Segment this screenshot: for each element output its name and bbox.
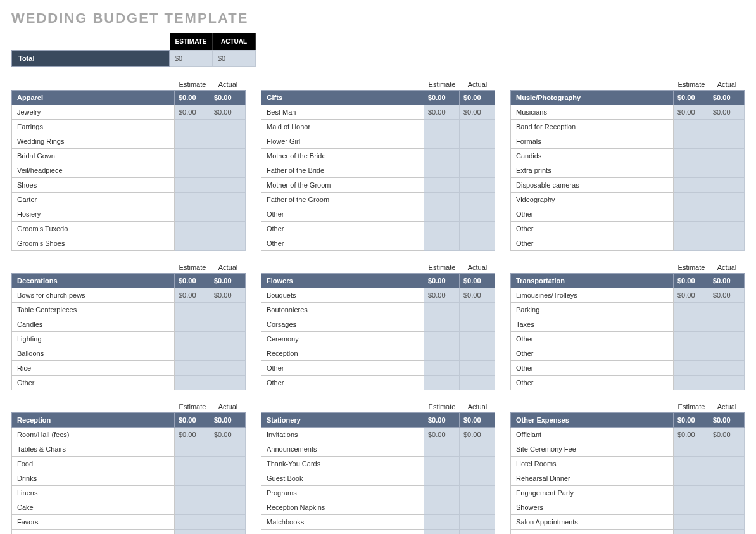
- item-actual-cell[interactable]: [460, 236, 495, 251]
- item-actual-cell[interactable]: [460, 317, 495, 332]
- item-actual-cell[interactable]: [210, 515, 246, 530]
- item-estimate-cell[interactable]: [424, 207, 460, 222]
- item-estimate-cell[interactable]: [424, 332, 460, 346]
- item-estimate-cell[interactable]: [424, 471, 460, 486]
- item-actual-cell[interactable]: $0.00: [210, 105, 246, 120]
- item-actual-cell[interactable]: [460, 178, 495, 193]
- item-actual-cell[interactable]: [210, 457, 246, 471]
- item-estimate-cell[interactable]: [424, 346, 460, 361]
- item-estimate-cell[interactable]: [674, 457, 709, 471]
- item-actual-cell[interactable]: [460, 134, 495, 149]
- item-estimate-cell[interactable]: [424, 317, 460, 332]
- item-actual-cell[interactable]: [709, 163, 745, 178]
- item-estimate-cell[interactable]: [674, 134, 709, 149]
- item-actual-cell[interactable]: [460, 222, 495, 236]
- item-estimate-cell[interactable]: [175, 207, 210, 222]
- item-actual-cell[interactable]: [460, 303, 495, 317]
- item-estimate-cell[interactable]: [674, 120, 709, 134]
- item-estimate-cell[interactable]: [424, 120, 460, 134]
- item-estimate-cell[interactable]: [674, 515, 709, 530]
- item-actual-cell[interactable]: [210, 222, 246, 236]
- item-estimate-cell[interactable]: [424, 149, 460, 163]
- item-estimate-cell[interactable]: [175, 222, 210, 236]
- item-estimate-cell[interactable]: [424, 222, 460, 236]
- item-estimate-cell[interactable]: [424, 457, 460, 471]
- item-actual-cell[interactable]: [460, 530, 495, 534]
- item-actual-cell[interactable]: [460, 442, 495, 457]
- item-estimate-cell[interactable]: [424, 163, 460, 178]
- item-estimate-cell[interactable]: [175, 530, 210, 534]
- item-estimate-cell[interactable]: [674, 236, 709, 251]
- item-actual-cell[interactable]: [709, 457, 745, 471]
- item-actual-cell[interactable]: [709, 471, 745, 486]
- item-actual-cell[interactable]: [460, 515, 495, 530]
- item-actual-cell[interactable]: [460, 332, 495, 346]
- item-estimate-cell[interactable]: [424, 486, 460, 500]
- item-estimate-cell[interactable]: $0.00: [175, 105, 210, 120]
- item-actual-cell[interactable]: [709, 236, 745, 251]
- item-actual-cell[interactable]: [210, 149, 246, 163]
- item-estimate-cell[interactable]: [175, 457, 210, 471]
- item-actual-cell[interactable]: [709, 442, 745, 457]
- item-actual-cell[interactable]: [709, 207, 745, 222]
- item-estimate-cell[interactable]: [674, 346, 709, 361]
- item-estimate-cell[interactable]: [674, 442, 709, 457]
- item-estimate-cell[interactable]: [175, 361, 210, 376]
- item-estimate-cell[interactable]: $0.00: [674, 428, 709, 442]
- item-actual-cell[interactable]: [210, 163, 246, 178]
- item-actual-cell[interactable]: [709, 530, 745, 534]
- item-estimate-cell[interactable]: [674, 376, 709, 390]
- item-estimate-cell[interactable]: [175, 500, 210, 515]
- item-actual-cell[interactable]: [210, 207, 246, 222]
- item-estimate-cell[interactable]: [674, 361, 709, 376]
- item-estimate-cell[interactable]: [175, 471, 210, 486]
- item-estimate-cell[interactable]: [674, 149, 709, 163]
- item-actual-cell[interactable]: $0.00: [460, 288, 495, 303]
- item-estimate-cell[interactable]: [175, 442, 210, 457]
- item-estimate-cell[interactable]: [175, 317, 210, 332]
- item-estimate-cell[interactable]: [674, 486, 709, 500]
- item-actual-cell[interactable]: [210, 134, 246, 149]
- item-estimate-cell[interactable]: [175, 376, 210, 390]
- item-actual-cell[interactable]: [210, 346, 246, 361]
- item-estimate-cell[interactable]: $0.00: [674, 105, 709, 120]
- item-actual-cell[interactable]: $0.00: [460, 105, 495, 120]
- item-estimate-cell[interactable]: [424, 236, 460, 251]
- item-actual-cell[interactable]: [210, 236, 246, 251]
- item-estimate-cell[interactable]: $0.00: [424, 105, 460, 120]
- item-estimate-cell[interactable]: $0.00: [175, 288, 210, 303]
- item-actual-cell[interactable]: [709, 500, 745, 515]
- item-actual-cell[interactable]: [210, 471, 246, 486]
- item-actual-cell[interactable]: [460, 361, 495, 376]
- item-actual-cell[interactable]: [709, 332, 745, 346]
- item-estimate-cell[interactable]: [175, 486, 210, 500]
- item-estimate-cell[interactable]: [674, 178, 709, 193]
- item-estimate-cell[interactable]: [674, 163, 709, 178]
- item-actual-cell[interactable]: [709, 361, 745, 376]
- item-estimate-cell[interactable]: $0.00: [674, 288, 709, 303]
- item-actual-cell[interactable]: [460, 207, 495, 222]
- item-actual-cell[interactable]: [709, 303, 745, 317]
- item-estimate-cell[interactable]: [424, 442, 460, 457]
- item-actual-cell[interactable]: $0.00: [210, 288, 246, 303]
- item-estimate-cell[interactable]: [175, 149, 210, 163]
- item-estimate-cell[interactable]: [674, 193, 709, 207]
- item-estimate-cell[interactable]: [424, 530, 460, 534]
- item-estimate-cell[interactable]: [424, 193, 460, 207]
- item-actual-cell[interactable]: [709, 376, 745, 390]
- item-actual-cell[interactable]: [460, 471, 495, 486]
- item-estimate-cell[interactable]: [424, 500, 460, 515]
- item-actual-cell[interactable]: [709, 120, 745, 134]
- item-estimate-cell[interactable]: [424, 178, 460, 193]
- item-estimate-cell[interactable]: [175, 236, 210, 251]
- item-actual-cell[interactable]: [460, 149, 495, 163]
- item-actual-cell[interactable]: [709, 193, 745, 207]
- item-estimate-cell[interactable]: [674, 530, 709, 534]
- item-actual-cell[interactable]: [460, 346, 495, 361]
- item-actual-cell[interactable]: [460, 163, 495, 178]
- item-actual-cell[interactable]: [210, 530, 246, 534]
- item-actual-cell[interactable]: [210, 376, 246, 390]
- item-estimate-cell[interactable]: [424, 361, 460, 376]
- total-actual-cell[interactable]: $0: [213, 50, 256, 67]
- item-actual-cell[interactable]: [210, 500, 246, 515]
